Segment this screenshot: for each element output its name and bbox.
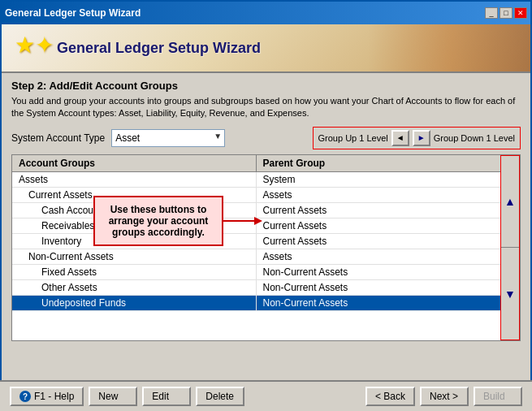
table-row[interactable]: Undeposited Funds Non-Current Assets xyxy=(12,296,500,311)
title-bar-buttons: _ □ ✕ xyxy=(485,7,527,19)
new-button[interactable]: New xyxy=(89,387,137,406)
system-account-type-label: System Account Type xyxy=(11,132,105,144)
table-main: Account Groups Parent Group Assets Syste… xyxy=(12,155,500,340)
table-body: Assets System Current Assets Assets Cash… xyxy=(12,172,500,311)
tooltip-arrow-svg xyxy=(222,213,262,229)
delete-label: Delete xyxy=(205,391,234,402)
wizard-icon: ★✦ xyxy=(15,32,47,64)
tooltip-box: Use these buttons to arrange your accoun… xyxy=(93,196,223,246)
next-label: Next > xyxy=(430,391,458,402)
svg-marker-1 xyxy=(254,217,262,225)
delete-button[interactable]: Delete xyxy=(196,387,244,406)
parent-cell: Non-Current Assets xyxy=(257,296,501,310)
next-button[interactable]: Next > xyxy=(420,387,469,406)
col-parent-group: Parent Group xyxy=(257,155,501,171)
maximize-button[interactable]: □ xyxy=(500,7,513,19)
account-cell: Non-Current Assets xyxy=(12,249,257,264)
system-account-type-dropdown[interactable]: Asset Liability Equity Revenue Expenses xyxy=(111,129,225,147)
scroll-down-button[interactable]: ▼ xyxy=(501,248,519,340)
controls-row: System Account Type Asset Liability Equi… xyxy=(11,127,521,149)
main-content: Step 2: Add/Edit Account Groups You add … xyxy=(2,73,530,382)
tooltip-text: Use these buttons to arrange your accoun… xyxy=(109,204,209,238)
parent-cell: Non-Current Assets xyxy=(257,265,501,279)
account-groups-table: Account Groups Parent Group Assets Syste… xyxy=(11,154,521,341)
table-row[interactable]: Inventory Current Assets xyxy=(12,234,500,249)
table-row[interactable]: Current Assets Assets xyxy=(12,188,500,203)
account-cell: Assets xyxy=(12,172,257,187)
header-title: General Ledger Setup Wizard xyxy=(57,40,261,57)
parent-cell: Current Assets xyxy=(257,234,501,249)
title-bar-text: General Ledger Setup Wizard xyxy=(5,7,141,19)
parent-cell: Current Assets xyxy=(257,218,501,233)
group-down-nav-button[interactable]: ► xyxy=(413,130,430,146)
table-row[interactable]: Fixed Assets Non-Current Assets xyxy=(12,265,500,280)
help-label: F1 - Help xyxy=(34,391,74,402)
new-label: New xyxy=(98,391,118,402)
group-up-label: Group Up 1 Level xyxy=(318,133,388,143)
account-cell: Undeposited Funds xyxy=(12,296,257,310)
bottom-bar: ? F1 - Help New Edit Delete < Back Next … xyxy=(0,380,532,411)
parent-cell: Current Assets xyxy=(257,203,501,218)
build-button[interactable]: Build xyxy=(474,387,522,406)
back-button[interactable]: < Back xyxy=(365,387,415,406)
close-button[interactable]: ✕ xyxy=(514,7,527,19)
star-icon: ★✦ xyxy=(15,32,54,58)
help-icon: ? xyxy=(19,391,31,402)
account-cell: Other Assets xyxy=(12,280,257,295)
back-label: < Back xyxy=(375,391,405,402)
minimize-button[interactable]: _ xyxy=(485,7,498,19)
group-down-label: Group Down 1 Level xyxy=(434,133,515,143)
group-up-button[interactable]: ◄ xyxy=(391,130,409,146)
col-account-groups: Account Groups xyxy=(12,155,257,171)
table-row[interactable]: Other Assets Non-Current Assets xyxy=(12,280,500,296)
header-banner: ★✦ General Ledger Setup Wizard xyxy=(2,24,530,73)
dropdown-wrap: Asset Liability Equity Revenue Expenses xyxy=(111,129,225,147)
edit-label: Edit xyxy=(152,391,169,402)
table-row[interactable]: Assets System xyxy=(12,172,500,188)
side-buttons: ▲ ▼ xyxy=(500,155,520,340)
title-bar: General Ledger Setup Wizard _ □ ✕ xyxy=(2,2,530,24)
parent-cell: System xyxy=(257,172,501,187)
help-button[interactable]: ? F1 - Help xyxy=(10,387,84,406)
edit-button[interactable]: Edit xyxy=(142,387,191,406)
parent-cell: Assets xyxy=(257,249,501,264)
scroll-up-button[interactable]: ▲ xyxy=(501,156,519,249)
parent-cell: Assets xyxy=(257,188,501,202)
table-row[interactable]: Non-Current Assets Assets xyxy=(12,249,500,265)
account-cell: Fixed Assets xyxy=(12,265,257,279)
level-controls: Group Up 1 Level ◄ ► Group Down 1 Level xyxy=(313,127,521,149)
parent-cell: Non-Current Assets xyxy=(257,280,501,295)
build-label: Build xyxy=(483,391,505,402)
step-description: You add and group your accounts into gro… xyxy=(11,95,521,120)
step-title: Step 2: Add/Edit Account Groups xyxy=(11,80,521,92)
table-header: Account Groups Parent Group xyxy=(12,155,500,172)
